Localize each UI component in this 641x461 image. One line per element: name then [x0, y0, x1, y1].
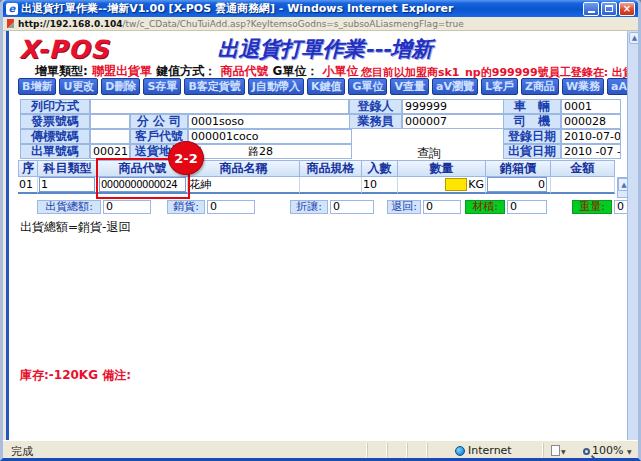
login-user-field[interactable]: 999999 — [402, 99, 506, 114]
item-category-cell — [38, 177, 98, 194]
pack-count-cell: 10 — [362, 177, 398, 194]
doc-type-label: 增單類型: — [35, 64, 88, 78]
salesman-field[interactable]: 000007 — [402, 114, 506, 129]
zoom-level: 100% — [592, 444, 623, 457]
toolbar-button-check-qty[interactable]: V查量 — [390, 78, 429, 95]
amount-cell — [551, 177, 615, 194]
return-label: 退回: — [387, 200, 421, 214]
ship-address-field[interactable]: 新路28 — [188, 144, 352, 159]
address-bar[interactable]: http://192.168.0.104/tw/c_CData/ChuTuiAd… — [3, 17, 638, 31]
minimize-icon — [588, 11, 595, 13]
return-value: 0 — [423, 200, 461, 214]
branch-field[interactable]: 0001soso — [188, 114, 352, 129]
header-box-price: 銷箱價 — [486, 160, 551, 177]
toolbar-button-browse[interactable]: aV瀏覽 — [432, 78, 478, 95]
zoom-control[interactable]: 100% ▼ — [583, 444, 632, 457]
address-page-icon — [7, 19, 14, 28]
toolbar-button-customer[interactable]: L客戶 — [481, 78, 518, 95]
product-name-cell: 花紳 — [188, 177, 300, 194]
box-price-input[interactable] — [487, 177, 547, 192]
header-pack: 入數 — [362, 160, 398, 177]
url-path: /tw/c_CData/ChuTuiAdd.asp?KeyItemsoGodns… — [123, 19, 464, 29]
qty-cell: KG — [398, 177, 486, 194]
box-price-cell — [486, 177, 551, 194]
toolbar-button-sales[interactable]: W業務 — [562, 78, 604, 95]
internet-zone: Internet — [455, 444, 512, 457]
toolbar-button-delete[interactable]: D刪除 — [101, 78, 140, 95]
order-no-label: 出單號碼 — [20, 144, 90, 159]
page-mode-icon — [551, 445, 560, 456]
driver-field[interactable]: 000028 — [561, 114, 621, 129]
browser-window: e 出退貨打單作業--增新V1.00 [X-POS 雲通商務網] - Windo… — [0, 0, 641, 461]
item-seq: 01 — [18, 177, 38, 194]
slip-no-field[interactable] — [90, 129, 130, 144]
reg-date-label: 登錄日期 — [503, 129, 561, 144]
formula-note: 出貨總額=銷貨-退回 — [20, 219, 130, 236]
weight-label: 重量: — [572, 200, 612, 214]
maximize-icon — [605, 5, 613, 12]
toolbar-button-unit[interactable]: G單位 — [348, 78, 387, 95]
invoice-no-label: 發票號碼 — [20, 114, 90, 129]
key-mode-value: 商品代號 — [220, 64, 268, 78]
caret-down-icon: ▼ — [561, 448, 566, 455]
page-scroll-up-icon[interactable]: ▲ — [629, 32, 640, 44]
sales-label: 銷貨: — [167, 200, 205, 214]
maximize-button[interactable] — [601, 2, 617, 16]
window-title: 出退貨打單作業--增新V1.00 [X-POS 雲通商務網] - Windows… — [21, 1, 583, 16]
page-scrollbar[interactable]: ▲ — [627, 31, 641, 440]
toolbar-button-add[interactable]: B增新 — [18, 78, 56, 95]
ship-date-label: 出貨日期 — [503, 144, 561, 159]
toolbar-button-save[interactable]: S存單 — [143, 78, 181, 95]
volume-value: 0 — [507, 200, 547, 214]
status-pane — [387, 443, 405, 457]
header-amount: 金額 — [551, 160, 615, 177]
print-method-field[interactable] — [90, 99, 349, 114]
customer-code-field[interactable]: 000001coco — [188, 129, 352, 144]
vehicle-field[interactable]: 0001 — [561, 99, 621, 114]
toolbar-button-keyvalue[interactable]: K鍵值 — [307, 78, 346, 95]
ship-total-label: 出貨總額: — [37, 200, 101, 214]
url-text: http://192.168.0.104/tw/c_CData/ChuTuiAd… — [18, 19, 464, 29]
page-mode-widget[interactable]: ▼ — [551, 444, 566, 457]
doc-type-value: 聯盟出貨單 — [92, 64, 152, 78]
status-pane — [407, 443, 425, 457]
qty-input[interactable] — [445, 178, 467, 191]
salesman-label: 業務員 — [349, 114, 402, 129]
status-pane — [367, 443, 385, 457]
order-no-field[interactable]: 000217 — [90, 144, 130, 159]
close-button[interactable]: × — [619, 2, 635, 16]
minimize-button[interactable] — [583, 2, 599, 16]
invoice-no-field[interactable] — [90, 114, 130, 129]
globe-icon — [455, 446, 465, 456]
reg-date-field[interactable]: 2010-07-09 — [561, 129, 621, 144]
ship-date-field[interactable]: 2010 -07 -09 — [561, 144, 621, 159]
toolbar: B增新 U更改 D刪除 S存單 B客定貨號 J自動帶入 K鍵值 G單位 V查量 … — [18, 78, 630, 95]
annotation-badge: 2-2 — [168, 141, 204, 175]
toolbar-button-product[interactable]: Z商品 — [521, 78, 559, 95]
slip-no-label: 傳標號碼 — [20, 129, 90, 144]
status-text: 完成 — [11, 444, 33, 459]
status-bar: 完成 Internet ▼ 100% ▼ — [3, 440, 638, 458]
key-mode-label: 鍵值方式： — [156, 64, 216, 78]
discount-value: 0 — [330, 200, 374, 214]
toolbar-button-edit[interactable]: U更改 — [59, 78, 98, 95]
unit-value: 小單位 — [323, 64, 359, 78]
window-controls: × — [583, 2, 635, 16]
sales-value: 0 — [207, 200, 255, 214]
url-host: http://192.168.0.104 — [18, 19, 123, 29]
ship-total-value: 0 — [103, 200, 151, 214]
unit-label: G單位： — [273, 64, 319, 78]
page-content: X-POS 出退貨打單作業---增新 增單類型: 聯盟出貨單 鍵值方式： 商品代… — [6, 31, 641, 440]
header-category: 科目類型 — [38, 160, 98, 177]
qty-unit: KG — [468, 178, 484, 191]
zoom-caret-icon: ▼ — [627, 448, 632, 455]
title-bar[interactable]: e 出退貨打單作業--增新V1.00 [X-POS 雲通商務網] - Windo… — [3, 0, 638, 17]
toolbar-button-custom-code[interactable]: B客定貨號 — [184, 78, 244, 95]
category-input[interactable] — [39, 177, 95, 192]
discount-label: 折讓: — [290, 200, 328, 214]
header-qty: 數量 — [398, 160, 486, 177]
toolbar-button-auto-fill[interactable]: J自動帶入 — [248, 78, 304, 95]
magnifier-icon — [583, 448, 590, 455]
header-seq: 序 — [18, 160, 38, 177]
status-pane — [543, 443, 544, 457]
